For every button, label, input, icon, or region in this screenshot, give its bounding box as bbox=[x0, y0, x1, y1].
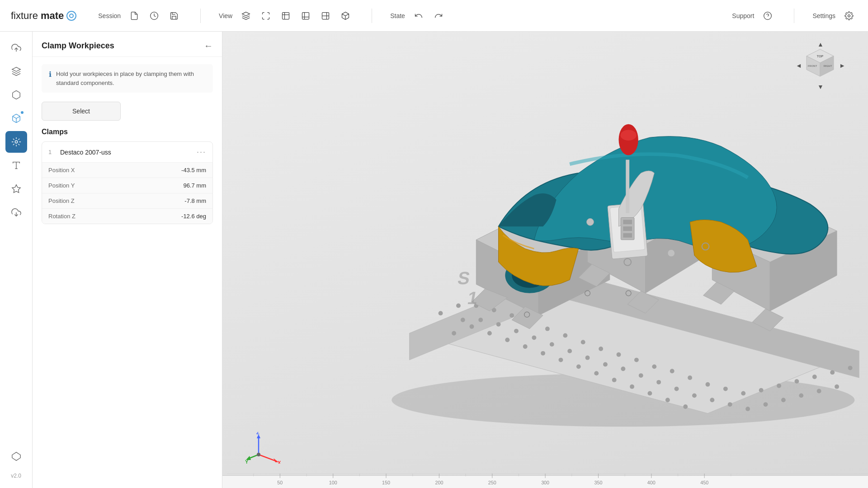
svg-point-5 bbox=[764, 12, 772, 19]
session-group: Session bbox=[98, 8, 182, 24]
svg-point-31 bbox=[630, 385, 634, 389]
clamp-prop-posz: Position Z -7.8 mm bbox=[42, 193, 212, 208]
cube-svg: TOP FRONT RIGHT bbox=[802, 47, 838, 83]
svg-point-64 bbox=[563, 333, 567, 338]
svg-text:Y: Y bbox=[245, 459, 249, 464]
cube-nav-down-button[interactable]: ▼ bbox=[817, 83, 824, 90]
ruler-bottom: 50 100 150 200 250 300 350 400 450 bbox=[222, 475, 868, 488]
state-undo-button[interactable] bbox=[410, 8, 427, 24]
svg-point-30 bbox=[612, 378, 617, 382]
svg-point-65 bbox=[581, 340, 585, 344]
svg-text:Z: Z bbox=[256, 432, 259, 435]
sidebar-item-hex[interactable] bbox=[5, 446, 27, 467]
svg-text:300: 300 bbox=[541, 480, 549, 485]
svg-rect-2 bbox=[283, 12, 289, 19]
clamp-prop-label-rotz: Rotation Z bbox=[48, 213, 75, 220]
clamp-prop-label-posz: Position Z bbox=[48, 197, 75, 204]
svg-point-63 bbox=[545, 327, 550, 331]
clamp-prop-value-posz: -7.8 mm bbox=[184, 197, 206, 204]
svg-rect-107 bbox=[623, 226, 632, 231]
svg-point-35 bbox=[461, 318, 465, 322]
main-content: v2.0 Clamp Workpieces ← ℹ Hold your work… bbox=[0, 32, 868, 488]
session-history-button[interactable] bbox=[146, 8, 162, 24]
settings-button[interactable] bbox=[841, 8, 857, 24]
topbar: fixturemate Session View bbox=[0, 0, 868, 32]
panel-back-button[interactable]: ← bbox=[204, 41, 213, 51]
cube-nav-left-button[interactable]: ◄ bbox=[796, 62, 802, 69]
cube-nav-right-button[interactable]: ► bbox=[839, 62, 845, 69]
view-top-button[interactable] bbox=[278, 8, 294, 24]
svg-point-29 bbox=[594, 371, 599, 375]
sidebar-item-layers[interactable] bbox=[5, 61, 27, 82]
sidebar-item-upload[interactable] bbox=[5, 37, 27, 59]
sidebar-item-filter[interactable] bbox=[5, 178, 27, 200]
clamp-prop-value-posy: 96.7 mm bbox=[183, 182, 206, 189]
view-perspective-button[interactable] bbox=[238, 8, 254, 24]
svg-rect-3 bbox=[302, 12, 309, 19]
svg-point-57 bbox=[439, 311, 443, 315]
view-iso-button[interactable] bbox=[337, 8, 354, 24]
scene-svg: S 1 bbox=[222, 32, 868, 488]
state-redo-button[interactable] bbox=[430, 8, 447, 24]
svg-point-70 bbox=[670, 369, 675, 373]
clamp-props: Position X -43.5 mm Position Y 96.7 mm P… bbox=[42, 162, 212, 224]
svg-rect-106 bbox=[623, 220, 632, 224]
clamp-prop-label-posy: Position Y bbox=[48, 182, 75, 189]
view-cube[interactable]: ▲ ▼ ◄ ► TOP FRONT RIGHT bbox=[796, 41, 845, 90]
svg-point-34 bbox=[683, 404, 688, 409]
view-label: View bbox=[219, 12, 232, 19]
svg-point-23 bbox=[487, 331, 492, 336]
svg-point-54 bbox=[799, 393, 803, 398]
svg-point-32 bbox=[648, 391, 652, 396]
svg-point-43 bbox=[603, 362, 608, 367]
clamp-item: 1 Destaco 2007-uss ··· Position X -43.5 … bbox=[42, 141, 213, 224]
svg-point-21 bbox=[452, 331, 456, 336]
badge-dot bbox=[20, 110, 24, 115]
clamp-name: Destaco 2007-uss bbox=[60, 149, 192, 156]
svg-point-50 bbox=[728, 402, 732, 407]
logo-icon bbox=[66, 11, 76, 21]
svg-point-53 bbox=[781, 398, 786, 402]
svg-marker-9 bbox=[12, 67, 20, 71]
view-front-button[interactable] bbox=[297, 8, 314, 24]
svg-point-33 bbox=[665, 398, 670, 402]
svg-point-76 bbox=[777, 384, 781, 388]
svg-point-61 bbox=[509, 313, 514, 318]
sidebar-item-type[interactable] bbox=[5, 155, 27, 176]
clamp-prop-posy: Position Y 96.7 mm bbox=[42, 178, 212, 193]
svg-point-66 bbox=[599, 347, 603, 351]
sidebar-item-clamp[interactable] bbox=[5, 131, 27, 153]
session-new-button[interactable] bbox=[126, 8, 142, 24]
svg-point-69 bbox=[652, 364, 656, 369]
svg-point-46 bbox=[656, 380, 661, 385]
svg-point-55 bbox=[817, 389, 821, 394]
clamp-menu-button[interactable]: ··· bbox=[197, 147, 206, 157]
svg-point-73 bbox=[723, 387, 728, 391]
svg-point-39 bbox=[532, 335, 536, 340]
svg-point-78 bbox=[812, 375, 817, 379]
svg-point-37 bbox=[496, 322, 501, 327]
panel-header: Clamp Workpieces ← bbox=[33, 32, 222, 57]
clamp-prop-rotz: Rotation Z -12.6 deg bbox=[42, 208, 212, 224]
svg-text:400: 400 bbox=[647, 480, 656, 485]
svg-text:50: 50 bbox=[277, 480, 283, 485]
svg-point-114 bbox=[587, 218, 594, 225]
sidebar-item-box[interactable] bbox=[5, 84, 27, 106]
view-side-button[interactable] bbox=[317, 8, 334, 24]
sidebar-item-download[interactable] bbox=[5, 202, 27, 223]
svg-point-24 bbox=[505, 338, 509, 342]
svg-point-80 bbox=[848, 366, 853, 370]
svg-point-68 bbox=[634, 358, 639, 362]
view-fit-button[interactable] bbox=[258, 8, 274, 24]
svg-point-49 bbox=[710, 398, 714, 402]
viewport[interactable]: S 1 bbox=[222, 32, 868, 488]
support-button[interactable] bbox=[760, 8, 776, 24]
state-group: State bbox=[390, 8, 447, 24]
sep1 bbox=[200, 9, 201, 23]
svg-text:250: 250 bbox=[488, 480, 496, 485]
sidebar-item-package[interactable] bbox=[5, 108, 27, 129]
support-label: Support bbox=[732, 12, 754, 19]
session-save-button[interactable] bbox=[166, 8, 182, 24]
svg-point-52 bbox=[764, 402, 768, 407]
select-button[interactable]: Select bbox=[42, 102, 121, 121]
